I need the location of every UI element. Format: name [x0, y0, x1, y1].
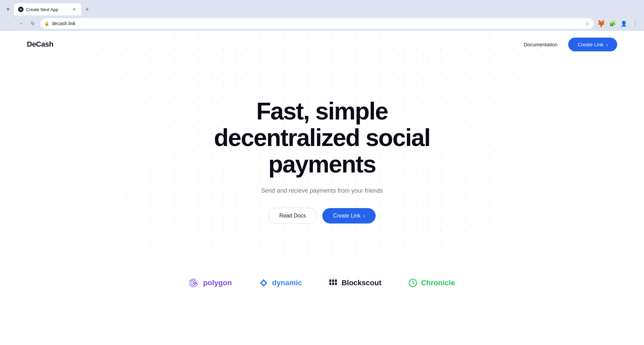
- navbar-right: Documentation Create Link ›: [524, 38, 617, 51]
- hero-title: Fast, simple decentralized social paymen…: [205, 98, 439, 178]
- dynamic-label: dynamic: [272, 279, 302, 287]
- hero-buttons: Read Docs Create Link ›: [268, 208, 376, 224]
- svg-rect-4: [332, 279, 334, 282]
- polygon-label: polygon: [203, 279, 232, 287]
- address-bar[interactable]: 🔒 decash.link ☆: [40, 18, 594, 29]
- chronicle-label: Chronicle: [421, 279, 455, 287]
- back-button[interactable]: ←: [4, 19, 13, 28]
- tab-favicon: N: [18, 7, 23, 12]
- polygon-logo: polygon: [189, 278, 232, 288]
- browser-toolbar: ← → ↻ 🔒 decash.link ☆ 🦊 🧩 👤 ⋮: [0, 16, 644, 31]
- dynamic-logo: dynamic: [259, 278, 302, 288]
- svg-rect-5: [332, 283, 334, 285]
- bookmark-icon[interactable]: ☆: [585, 21, 590, 26]
- hero-section: Fast, simple decentralized social paymen…: [0, 58, 644, 224]
- chronicle-logo: Chronicle: [408, 278, 455, 288]
- blockscout-logo: Blockscout: [329, 278, 381, 288]
- read-docs-button[interactable]: Read Docs: [268, 208, 317, 224]
- browser-extras: 🦊 🧩 👤 ⋮: [596, 19, 640, 28]
- documentation-link[interactable]: Documentation: [524, 42, 557, 47]
- navbar: DeCash Documentation Create Link ›: [0, 31, 644, 58]
- new-tab-button[interactable]: +: [83, 5, 92, 14]
- page-wrapper: DeCash Documentation Create Link › Fast,…: [0, 31, 644, 333]
- reload-button[interactable]: ↻: [28, 19, 38, 28]
- tab-close-button[interactable]: ✕: [71, 6, 77, 12]
- blockscout-icon: [329, 278, 338, 288]
- nav-create-link-label: Create Link: [578, 42, 603, 47]
- svg-rect-3: [329, 283, 331, 285]
- tab-dropdown[interactable]: ▼: [3, 5, 13, 14]
- hero-subtitle: Send and recieve payments from your frie…: [261, 187, 383, 194]
- svg-rect-6: [335, 279, 337, 282]
- metamask-icon[interactable]: 🦊: [596, 19, 606, 28]
- hero-create-link-label: Create Link: [333, 213, 361, 219]
- tab-bar: ▼ N Create Next App ✕ +: [0, 0, 644, 16]
- svg-rect-7: [335, 283, 337, 285]
- active-tab[interactable]: N Create Next App ✕: [14, 3, 81, 15]
- address-text: decash.link: [52, 21, 580, 26]
- forward-button[interactable]: →: [16, 19, 25, 28]
- polygon-icon: [189, 278, 200, 288]
- browser-chrome: ▼ N Create Next App ✕ + ← → ↻ 🔒 decash.l…: [0, 0, 644, 31]
- extensions-icon[interactable]: 🧩: [608, 19, 617, 28]
- dynamic-icon: [259, 278, 269, 288]
- nav-create-link-button[interactable]: Create Link ›: [568, 38, 617, 51]
- partner-logos-section: polygon dynamic Blockscout: [0, 278, 644, 308]
- chronicle-icon: [408, 278, 418, 288]
- profile-icon[interactable]: 👤: [619, 19, 629, 28]
- nav-create-link-arrow: ›: [606, 42, 608, 47]
- tab-title: Create Next App: [26, 7, 68, 12]
- svg-rect-2: [329, 279, 331, 282]
- blockscout-label: Blockscout: [341, 279, 381, 287]
- security-icon: 🔒: [44, 21, 49, 26]
- menu-icon[interactable]: ⋮: [631, 19, 640, 28]
- hero-create-link-arrow: ›: [363, 213, 365, 219]
- site-logo: DeCash: [27, 40, 53, 49]
- hero-create-link-button[interactable]: Create Link ›: [322, 208, 376, 224]
